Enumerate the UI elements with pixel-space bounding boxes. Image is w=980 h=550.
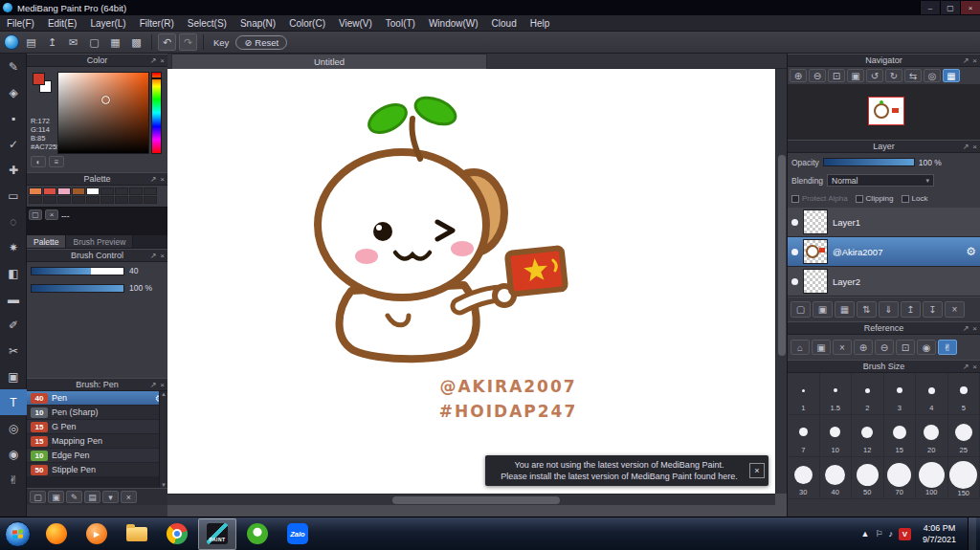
open-folder-icon[interactable]: ▣ bbox=[812, 340, 831, 355]
move-up-icon[interactable]: ↥ bbox=[901, 301, 921, 318]
close-icon[interactable]: × bbox=[160, 175, 165, 184]
flip-horizontal-icon[interactable]: ⇆ bbox=[904, 69, 922, 82]
medibang-cloud-icon[interactable] bbox=[4, 34, 19, 50]
hue-strip[interactable] bbox=[151, 72, 162, 154]
palette-swatch[interactable] bbox=[86, 196, 100, 204]
palette-swatch[interactable] bbox=[100, 187, 114, 195]
tray-expand-icon[interactable]: ▲ bbox=[860, 529, 869, 539]
notification-close-button[interactable]: × bbox=[749, 463, 765, 478]
clipping-checkbox[interactable]: Clipping bbox=[856, 194, 894, 203]
delete-layer-icon[interactable]: × bbox=[945, 301, 965, 318]
save-icon[interactable]: ▤ bbox=[22, 33, 40, 51]
palette-swatch[interactable] bbox=[86, 187, 100, 195]
tray-flag-icon[interactable]: ⚐ bbox=[875, 529, 882, 539]
close-icon[interactable]: × bbox=[833, 340, 852, 355]
palette-swatch[interactable] bbox=[129, 196, 143, 204]
export-icon[interactable]: ↥ bbox=[43, 33, 61, 51]
taskbar-chrome-icon[interactable] bbox=[158, 518, 196, 550]
comment-icon[interactable]: ✉ bbox=[64, 33, 82, 51]
delete-brush-icon[interactable]: × bbox=[121, 491, 137, 503]
palette-swatch[interactable] bbox=[57, 196, 71, 204]
brush-item-g-pen[interactable]: 15 G Pen bbox=[27, 420, 167, 434]
layer-row-layer2[interactable]: Layer2 bbox=[788, 267, 980, 297]
close-icon[interactable]: × bbox=[972, 143, 977, 151]
brush-menu-icon[interactable]: ▾ bbox=[102, 491, 119, 503]
close-icon[interactable]: × bbox=[160, 252, 165, 260]
close-icon[interactable]: × bbox=[160, 56, 165, 65]
text-tool[interactable]: T bbox=[0, 389, 27, 415]
saturation-value-picker[interactable] bbox=[57, 72, 149, 154]
hand-icon[interactable]: ✌ bbox=[938, 340, 957, 355]
minimize-button[interactable]: – bbox=[920, 1, 940, 14]
brush-size-option[interactable]: 12 bbox=[852, 415, 884, 457]
menu-view[interactable]: View(V) bbox=[332, 15, 379, 31]
merge-layer-icon[interactable]: ⇓ bbox=[879, 301, 899, 318]
tab-brush-preview[interactable]: Brush Preview bbox=[66, 235, 133, 248]
palette-swatch[interactable] bbox=[115, 196, 128, 204]
popout-icon[interactable]: ↗ bbox=[963, 324, 969, 333]
brush-item-pen-sharp[interactable]: 10 Pen (Sharp) bbox=[27, 406, 167, 420]
color-wheel-icon[interactable]: ◐ bbox=[31, 156, 46, 167]
add-brush-icon[interactable]: ▢ bbox=[30, 491, 46, 503]
delete-color-icon[interactable]: × bbox=[45, 209, 58, 220]
workspace-icon[interactable]: ▩ bbox=[127, 33, 145, 51]
drawing-canvas[interactable]: @AKIRA2007 #HOIDAP247 bbox=[167, 69, 775, 494]
lasso-tool[interactable]: ◌ bbox=[0, 209, 27, 234]
layer-visibility-icon[interactable] bbox=[791, 219, 798, 226]
brush-size-option[interactable]: 2 bbox=[852, 373, 884, 415]
tab-palette[interactable]: Palette bbox=[27, 235, 66, 248]
reset-button[interactable]: ⊘ Reset bbox=[235, 35, 287, 50]
color-picker-cursor[interactable] bbox=[101, 96, 110, 104]
palette-swatch[interactable] bbox=[144, 196, 157, 204]
menu-file[interactable]: File(F) bbox=[0, 15, 41, 31]
zoom-out-icon[interactable]: ⊖ bbox=[809, 69, 826, 82]
menu-snap[interactable]: Snap(N) bbox=[234, 15, 282, 31]
hand-tool[interactable]: ✌ bbox=[0, 467, 27, 493]
grid-toggle-icon[interactable]: ▦ bbox=[943, 69, 960, 82]
brush-size-option[interactable]: 30 bbox=[788, 457, 820, 499]
zoom-fit-icon[interactable]: ⊡ bbox=[896, 340, 915, 355]
brush-size-option[interactable]: 4 bbox=[916, 373, 948, 415]
reset-view-icon[interactable]: ◎ bbox=[924, 69, 941, 82]
popout-icon[interactable]: ↗ bbox=[963, 363, 969, 371]
duplicate-brush-icon[interactable]: ▣ bbox=[48, 491, 64, 503]
rotate-right-icon[interactable]: ↻ bbox=[885, 69, 902, 82]
taskbar-firefox-icon[interactable] bbox=[37, 518, 76, 550]
brush-size-option[interactable]: 25 bbox=[948, 415, 980, 457]
taskbar-zalo-icon[interactable]: Zalo bbox=[278, 518, 317, 550]
layer-settings-gear-icon[interactable]: ⚙ bbox=[966, 245, 976, 258]
redo-button[interactable]: ↷ bbox=[179, 33, 197, 51]
zoom-in-icon[interactable]: ⊕ bbox=[854, 340, 873, 355]
protect-alpha-checkbox[interactable]: Protect Alpha bbox=[791, 194, 848, 203]
horizontal-scrollbar[interactable] bbox=[167, 494, 775, 505]
brush-size-option[interactable]: 1 bbox=[788, 373, 820, 415]
edit-brush-icon[interactable]: ✎ bbox=[66, 491, 82, 503]
brush-size-option[interactable]: 1.5 bbox=[820, 373, 853, 415]
brush-size-option[interactable]: 10 bbox=[820, 415, 853, 457]
eyedropper-tool[interactable]: ◉ bbox=[0, 441, 27, 467]
navigator-thumbnail[interactable] bbox=[868, 97, 904, 125]
taskbar-coccoc-icon[interactable] bbox=[238, 518, 277, 550]
popout-icon[interactable]: ↗ bbox=[150, 252, 157, 260]
close-icon[interactable]: × bbox=[972, 363, 977, 371]
color-sliders-icon[interactable]: ≡ bbox=[49, 156, 64, 167]
brush-size-option[interactable]: 5 bbox=[948, 373, 980, 415]
popout-icon[interactable]: ↗ bbox=[963, 143, 969, 151]
brush-size-option[interactable]: 150 bbox=[948, 457, 980, 499]
horizontal-scrollbar-thumb[interactable] bbox=[392, 496, 560, 504]
brush-size-option[interactable]: 50 bbox=[852, 457, 884, 499]
brush-size-slider[interactable] bbox=[31, 267, 124, 275]
close-icon[interactable]: × bbox=[972, 324, 977, 333]
tray-unikey-icon[interactable]: V bbox=[899, 528, 911, 540]
palette-swatch[interactable] bbox=[43, 187, 56, 195]
palette-swatch[interactable] bbox=[29, 196, 42, 204]
taskbar-explorer-icon[interactable] bbox=[118, 518, 156, 550]
zoom-out-icon[interactable]: ⊖ bbox=[875, 340, 894, 355]
popout-icon[interactable]: ↗ bbox=[150, 175, 157, 184]
tray-volume-icon[interactable]: ♪ bbox=[888, 529, 893, 539]
brush-list-scrollbar[interactable]: ▲ ▼ bbox=[159, 391, 167, 488]
brush-opacity-slider[interactable] bbox=[31, 284, 124, 293]
new-folder-icon[interactable]: ▣ bbox=[813, 301, 833, 318]
stamp-tool[interactable]: ▣ bbox=[0, 363, 27, 389]
menu-color[interactable]: Color(C) bbox=[282, 15, 332, 31]
